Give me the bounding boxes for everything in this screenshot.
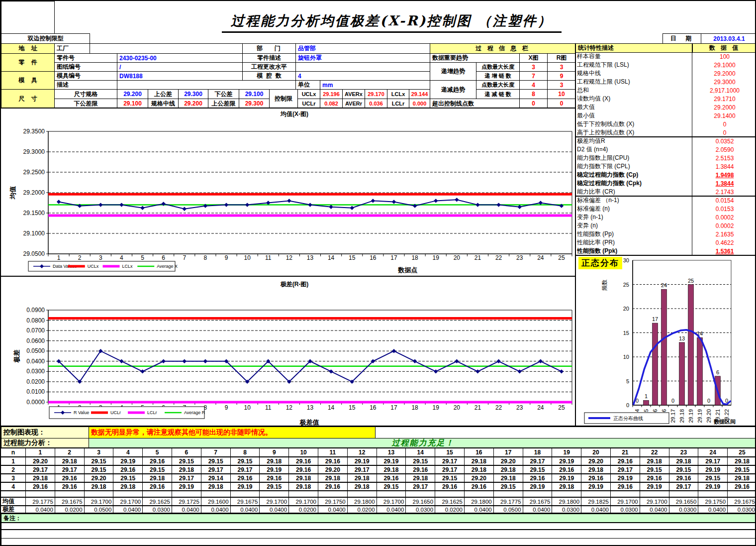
- table-col-header[interactable]: 8: [231, 448, 260, 456]
- spec-value[interactable]: 29.300: [178, 89, 208, 99]
- table-cell[interactable]: 29.15: [231, 457, 260, 465]
- table-cell[interactable]: 29.18: [348, 483, 377, 490]
- table-cell[interactable]: 29.20: [26, 457, 55, 465]
- table-range-cell[interactable]: 0.0400: [640, 506, 669, 513]
- table-cell[interactable]: 29.17: [406, 483, 435, 490]
- table-cell[interactable]: 29.15: [728, 466, 756, 473]
- table-range-cell[interactable]: 0.0500: [494, 506, 523, 513]
- stat-value[interactable]: 2.0590: [692, 145, 756, 154]
- table-cell[interactable]: 29.18: [318, 474, 348, 482]
- averx-value[interactable]: 29.170: [365, 89, 387, 99]
- table-range-cell[interactable]: 0.0400: [523, 506, 553, 513]
- table-range-cell[interactable]: 0.0300: [406, 506, 435, 513]
- inc-maxlen-r[interactable]: 3: [547, 62, 576, 72]
- table-cell[interactable]: 29.16: [465, 483, 494, 490]
- table-col-header[interactable]: 14: [406, 448, 435, 456]
- table-range-cell[interactable]: 0.0400: [465, 506, 494, 513]
- table-cell[interactable]: 29.19: [172, 483, 201, 490]
- table-range-cell[interactable]: 0.0400: [201, 506, 231, 513]
- table-cell[interactable]: [26, 491, 55, 497]
- stat-value[interactable]: 0: [692, 120, 756, 128]
- table-cell[interactable]: 29.17: [611, 466, 640, 473]
- table-range-cell[interactable]: 0.0300: [669, 506, 699, 513]
- table-cell[interactable]: 29.15: [640, 466, 669, 473]
- stat-value[interactable]: 29.2000: [692, 103, 756, 111]
- table-range-cell[interactable]: 0.0400: [581, 506, 611, 513]
- table-cell[interactable]: 29.17: [55, 466, 85, 473]
- lclr-value[interactable]: 0.000: [409, 99, 430, 109]
- table-cell[interactable]: 29.16: [523, 474, 553, 482]
- table-cell[interactable]: 29.16: [143, 457, 172, 465]
- mold-no-value[interactable]: DW8188: [117, 71, 243, 81]
- out-of-control-x[interactable]: 0: [519, 99, 548, 109]
- table-cell[interactable]: 29.18: [581, 466, 611, 473]
- table-cell[interactable]: 29.17: [698, 457, 728, 465]
- table-cell[interactable]: 29.18: [172, 466, 201, 473]
- table-cell[interactable]: [523, 491, 553, 497]
- table-cell[interactable]: 29.18: [728, 474, 756, 482]
- table-cell[interactable]: 29.19: [523, 483, 553, 490]
- stat-value[interactable]: 0.0002: [692, 213, 756, 221]
- table-cell[interactable]: 29.17: [669, 483, 699, 490]
- table-cell[interactable]: [231, 491, 260, 497]
- stat-value[interactable]: 0.0002: [692, 221, 756, 230]
- lclx-value[interactable]: 29.144: [409, 89, 430, 99]
- table-cell[interactable]: [640, 491, 669, 497]
- table-range-cell[interactable]: 0.0400: [260, 506, 289, 513]
- table-cell[interactable]: [698, 491, 728, 497]
- table-range-cell[interactable]: 0.0300: [728, 506, 756, 513]
- desc-value[interactable]: [117, 80, 296, 90]
- table-cell[interactable]: 29.18: [640, 457, 669, 465]
- cavity-value[interactable]: 4: [295, 71, 430, 81]
- drawing-no-value[interactable]: /: [117, 62, 243, 72]
- table-col-header[interactable]: 12: [348, 448, 377, 456]
- table-cell[interactable]: 29.14: [201, 474, 231, 482]
- stat-value[interactable]: 0.0153: [692, 205, 756, 213]
- stat-value[interactable]: 29.2000: [692, 69, 756, 78]
- table-range-cell[interactable]: 0.0400: [26, 506, 55, 513]
- stat-value[interactable]: 1.5361: [692, 247, 756, 255]
- table-cell[interactable]: 29.15: [377, 483, 406, 490]
- table-cell[interactable]: [377, 491, 406, 497]
- table-mean-cell[interactable]: 29.1775: [26, 498, 55, 505]
- table-mean-cell[interactable]: 29.1750: [318, 498, 348, 505]
- table-cell[interactable]: 29.18: [289, 474, 318, 482]
- table-range-cell[interactable]: 0.0200: [289, 506, 318, 513]
- table-cell[interactable]: [201, 491, 231, 497]
- table-cell[interactable]: 29.20: [318, 466, 348, 473]
- stat-value[interactable]: 2.1635: [692, 230, 756, 238]
- table-cell[interactable]: 29.15: [201, 457, 231, 465]
- table-cell[interactable]: 29.16: [55, 474, 85, 482]
- table-cell[interactable]: 29.16: [260, 474, 289, 482]
- table-mean-cell[interactable]: 29.1675: [728, 498, 756, 505]
- table-col-header[interactable]: 20: [581, 448, 611, 456]
- table-cell[interactable]: [494, 491, 523, 497]
- table-col-header[interactable]: 13: [377, 448, 406, 456]
- table-mean-cell[interactable]: 29.1775: [494, 498, 523, 505]
- table-cell[interactable]: 29.16: [611, 457, 640, 465]
- table-range-cell[interactable]: 0.0200: [55, 506, 85, 513]
- table-mean-cell[interactable]: 29.1600: [201, 498, 231, 505]
- table-cell[interactable]: [172, 491, 201, 497]
- table-cell[interactable]: 29.18: [113, 483, 143, 490]
- unit-value[interactable]: mm: [320, 80, 430, 90]
- table-mean-cell[interactable]: 29.1675: [55, 498, 85, 505]
- inc-maxlen-x[interactable]: 3: [519, 62, 548, 72]
- table-col-header[interactable]: 5: [143, 448, 172, 456]
- table-cell[interactable]: 29.15: [406, 457, 435, 465]
- table-cell[interactable]: 29.19: [698, 466, 728, 473]
- stat-value[interactable]: 29.3000: [692, 78, 756, 86]
- table-range-cell[interactable]: 0.0300: [611, 506, 640, 513]
- table-cell[interactable]: [465, 491, 494, 497]
- spec-value[interactable]: 29.200: [117, 89, 148, 99]
- table-cell[interactable]: 29.17: [231, 466, 260, 473]
- table-mean-cell[interactable]: 29.1675: [231, 498, 260, 505]
- table-cell[interactable]: [611, 491, 640, 497]
- table-col-header[interactable]: 7: [201, 448, 231, 456]
- table-range-cell[interactable]: 0.0400: [377, 506, 406, 513]
- table-cell[interactable]: 29.18: [377, 466, 406, 473]
- table-cell[interactable]: 29.16: [377, 474, 406, 482]
- stat-value[interactable]: 29.1400: [692, 111, 756, 120]
- table-cell[interactable]: 29.15: [85, 466, 114, 473]
- table-cell[interactable]: 29.19: [377, 457, 406, 465]
